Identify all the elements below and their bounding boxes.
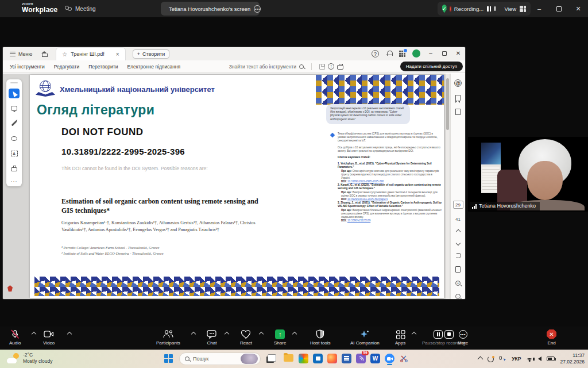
acrobat-maximize-button[interactable] [438,51,451,56]
react-button[interactable]: React [240,329,252,346]
language-indicator[interactable]: УКР [512,356,521,362]
doi-link[interactable]: 10.3929/soil-use-2025-392/paper1 [347,198,388,201]
share-chevron-icon[interactable] [292,332,297,336]
comment-tool[interactable] [9,103,20,113]
pause-recording-button-icon[interactable] [434,330,443,339]
doi-link[interactable]: 10.3390/s21123189 [347,219,370,222]
copilot-app-icon[interactable] [299,354,308,363]
document-tab[interactable]: ☆ Тренінг ШІ.pdf × [56,47,125,60]
lasso-tool[interactable] [9,133,20,143]
share-button[interactable]: ↑ Share [274,329,286,346]
security-shield-icon[interactable]: ✓ [442,5,447,13]
react-chevron-icon[interactable] [259,332,264,336]
stop-recording-icon[interactable] [494,6,495,11]
participants-button[interactable]: Participants [156,329,180,346]
apps-grid-icon[interactable] [399,51,405,57]
page-thumbnails-icon[interactable] [455,109,461,115]
acrobat-minimize-button[interactable]: – [424,50,438,56]
tray-expand-chevron-icon[interactable] [478,356,483,362]
help-icon[interactable]: ? [372,50,379,57]
video-options-chevron-icon[interactable] [67,332,72,336]
stamp-tool[interactable] [9,163,20,173]
acrobat-share-button[interactable]: Надати спільний доступ [400,62,463,71]
microsoft-store-icon[interactable] [313,354,323,363]
view-button[interactable]: View [505,6,516,12]
apps-button[interactable]: Apps [395,329,405,346]
palette-drag-handle[interactable] [10,82,18,83]
toolbar-convert[interactable]: Перетворити [88,64,118,70]
audio-button[interactable]: Audio [9,329,21,346]
acrobat-close-button[interactable]: ✕ [451,50,465,56]
battery-icon[interactable] [547,356,555,361]
upload-icon[interactable]: ↑ [328,63,334,70]
apps-chevron-icon[interactable] [412,332,416,336]
draw-tool[interactable] [9,118,20,128]
more-tools[interactable]: ··· [11,178,18,184]
doi-link[interactable]: 10.31891/2222-2995-2025-396 [347,180,384,183]
word-app-icon[interactable]: W [370,354,380,363]
floppy-app-icon[interactable] [342,354,351,363]
zoom-in-icon[interactable]: + [455,281,461,286]
snipping-tool-icon[interactable] [399,354,409,363]
toolbar-all-tools[interactable]: Усі інструменти [10,64,45,70]
search-highlight-image[interactable] [241,354,258,364]
end-button[interactable]: ✕ End [547,329,556,346]
task-view-button[interactable] [268,354,276,362]
select-tool[interactable] [9,89,20,98]
search-icon[interactable] [299,64,304,69]
stop-recording-button-icon[interactable] [444,330,454,339]
maximize-button[interactable] [549,6,568,12]
minimize-button[interactable]: – [529,5,549,12]
comments-panel-icon[interactable]: @ [454,79,462,87]
viber-app-icon[interactable]: 59 [356,354,366,363]
create-button[interactable]: + Створити [133,49,170,59]
wifi-icon[interactable] [526,356,533,362]
toolbar-edit[interactable]: Редагувати [54,64,79,70]
previous-page-icon[interactable] [455,229,460,234]
page-number-input[interactable]: 29 [453,201,463,209]
toolbar-esign[interactable]: Електронне підписання [127,64,180,70]
more-button[interactable]: ••• More [458,329,468,346]
scrollbar-thumb[interactable] [446,78,449,130]
input-indicator-icon[interactable] [499,356,506,362]
profile-avatar[interactable] [412,49,420,57]
tab-meeting[interactable]: Meeting [64,3,96,14]
acrobat-menu-button[interactable]: Меню [10,51,32,57]
save-icon[interactable] [319,64,325,70]
rotate-page-icon[interactable] [455,253,461,259]
favorite-star-icon[interactable]: ☆ [62,51,67,57]
zoom-out-icon[interactable]: – [455,294,461,299]
webcam-tile[interactable]: Tetiana Hovorushchenko [468,137,588,212]
volume-icon[interactable] [538,356,541,361]
view-layout-icon[interactable] [520,6,526,12]
find-bar[interactable]: Знайти текст або інструменти ↑ [229,63,343,70]
next-page-icon[interactable] [455,241,460,246]
video-button[interactable]: Video [43,329,55,346]
tab-shared-screen[interactable]: Tetiana Hovorushchenko's screen ••• [161,2,260,16]
notifications-bell-icon[interactable] [386,51,392,57]
host-tools-button[interactable]: Host tools [310,329,331,346]
chat-button[interactable]: Chat [207,329,217,346]
chat-chevron-icon[interactable] [225,332,229,336]
file-explorer-button[interactable] [284,354,293,362]
clock[interactable]: 11:37 27.02.2026 [560,352,585,365]
participants-chevron-icon[interactable] [191,332,196,336]
firefox-app-icon[interactable] [327,354,337,363]
tab-close-icon[interactable]: × [116,51,119,57]
pause-recording-icon[interactable] [487,6,491,12]
start-button[interactable] [164,354,173,363]
bookmarks-panel-icon[interactable] [455,95,461,101]
home-icon[interactable] [41,51,48,57]
print-icon[interactable] [337,65,343,70]
fit-page-icon[interactable] [455,266,461,273]
weather-widget[interactable]: -2°C Mostly cloudy [7,352,53,364]
zoom-app-icon[interactable] [385,354,394,363]
text-box-tool[interactable]: A [9,148,20,158]
search-box[interactable]: Пошук [179,352,261,365]
close-button[interactable]: ✕ [568,5,588,13]
tab-options-icon[interactable]: ••• [254,5,261,13]
ai-companion-button[interactable]: AI Companion [350,329,380,346]
vertical-scrollbar[interactable] [446,74,450,299]
audio-options-chevron-icon[interactable] [32,332,36,336]
sync-tray-icon[interactable] [488,356,494,362]
